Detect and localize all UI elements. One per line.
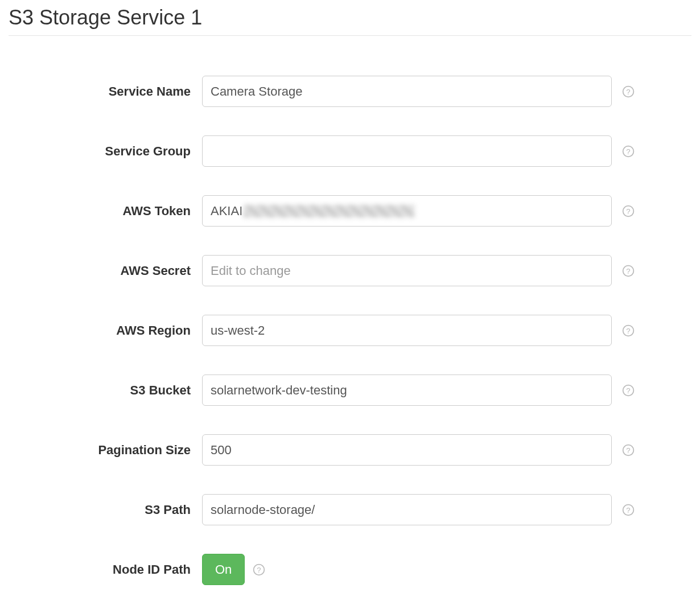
input-pagination-size[interactable] [202, 434, 612, 466]
help-icon[interactable]: ? [622, 444, 635, 456]
label-aws-region: AWS Region [9, 323, 202, 338]
svg-text:?: ? [626, 326, 630, 335]
input-s3-bucket[interactable] [202, 375, 612, 406]
label-pagination-size: Pagination Size [9, 443, 202, 458]
label-service-group: Service Group [9, 144, 202, 159]
svg-text:?: ? [626, 505, 630, 514]
help-icon[interactable]: ? [622, 324, 635, 337]
input-s3-path[interactable] [202, 494, 612, 525]
label-s3-bucket: S3 Bucket [9, 383, 202, 398]
help-icon[interactable]: ? [622, 504, 635, 516]
row-node-id-path: Node ID Path On ? [9, 554, 691, 585]
row-s3-path: S3 Path ? [9, 494, 691, 525]
input-aws-token[interactable]: AKIAI [202, 195, 612, 227]
aws-token-prefix: AKIAI [211, 204, 242, 219]
svg-text:?: ? [626, 147, 630, 155]
svg-text:?: ? [626, 87, 630, 96]
svg-text:?: ? [257, 565, 261, 574]
help-icon[interactable]: ? [622, 205, 635, 217]
svg-text:?: ? [626, 207, 630, 215]
aws-token-obscured [244, 205, 414, 217]
label-aws-token: AWS Token [9, 204, 202, 219]
label-service-name: Service Name [9, 84, 202, 99]
label-node-id-path: Node ID Path [9, 562, 202, 577]
row-aws-token: AWS Token AKIAI ? [9, 195, 691, 227]
input-service-group[interactable] [202, 135, 612, 167]
section-title: S3 Storage Service 1 [9, 6, 691, 36]
svg-text:?: ? [626, 266, 630, 275]
label-aws-secret: AWS Secret [9, 264, 202, 278]
help-icon[interactable]: ? [622, 265, 635, 277]
label-s3-path: S3 Path [9, 503, 202, 517]
row-pagination-size: Pagination Size ? [9, 434, 691, 466]
input-aws-secret[interactable] [202, 255, 612, 286]
row-service-group: Service Group ? [9, 135, 691, 167]
help-icon[interactable]: ? [622, 384, 635, 397]
row-aws-secret: AWS Secret ? [9, 255, 691, 286]
input-service-name[interactable] [202, 76, 612, 107]
input-aws-region[interactable] [202, 315, 612, 346]
help-icon[interactable]: ? [622, 145, 635, 158]
svg-text:?: ? [626, 446, 630, 454]
toggle-node-id-path[interactable]: On [202, 554, 245, 585]
help-icon[interactable]: ? [622, 85, 635, 98]
row-s3-bucket: S3 Bucket ? [9, 375, 691, 406]
svg-text:?: ? [626, 386, 630, 394]
row-aws-region: AWS Region ? [9, 315, 691, 346]
row-service-name: Service Name ? [9, 76, 691, 107]
help-icon[interactable]: ? [253, 563, 265, 576]
